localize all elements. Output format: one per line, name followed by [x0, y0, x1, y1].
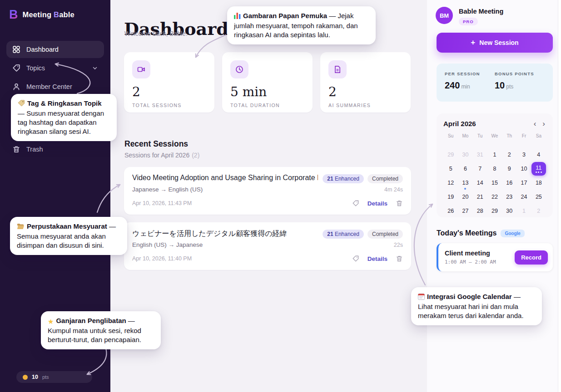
- calendar-day[interactable]: 13: [458, 176, 472, 190]
- scrollbar[interactable]: [558, 0, 561, 392]
- calendar-weekday: Tu: [473, 133, 487, 142]
- calendar-day[interactable]: 1: [487, 148, 502, 162]
- calendar-day[interactable]: 21: [473, 190, 487, 204]
- tag-icon[interactable]: [352, 200, 359, 207]
- session-date: Apr 10, 2026, 11:43 PM: [132, 200, 352, 206]
- app-logo: B Meeting Bable: [0, 0, 110, 25]
- sidebar-item-label: Member Center: [26, 83, 72, 90]
- calendar-day[interactable]: 14: [473, 176, 487, 190]
- sidebar-item-topics[interactable]: Topics: [6, 59, 104, 77]
- video-camera-icon: [137, 65, 146, 74]
- trash-icon[interactable]: [396, 255, 403, 262]
- label-tag-icon: [18, 100, 25, 109]
- status-badge: Completed: [367, 230, 403, 239]
- avatar[interactable]: BM: [436, 7, 453, 24]
- calendar-day[interactable]: 20: [458, 190, 472, 204]
- points-unit: pts: [42, 374, 49, 380]
- trash-icon[interactable]: [396, 200, 403, 207]
- calendar-day[interactable]: 6: [458, 162, 472, 176]
- sidebar-item-member-center[interactable]: Member Center: [6, 78, 104, 95]
- session-duration: 4m 24s: [384, 186, 403, 193]
- calendar-day[interactable]: 2: [502, 148, 516, 162]
- session-card: Video Meeting Adoption and Usage Sharing…: [124, 167, 411, 215]
- right-panel: BM Bable Meeting PRO + New Session PER S…: [427, 0, 561, 392]
- trash-icon: [12, 145, 20, 153]
- calendar-day[interactable]: 24: [516, 190, 531, 204]
- stat-label: TOTAL DURATION: [230, 103, 304, 108]
- sidebar-item-trash[interactable]: Trash: [6, 141, 104, 158]
- record-button[interactable]: Record: [515, 250, 548, 265]
- session-date: Apr 10, 2026, 11:40 PM: [132, 255, 352, 262]
- enhanced-badge: 21 Enhanced: [323, 174, 364, 183]
- chevron-down-icon: [92, 65, 98, 71]
- calendar-day[interactable]: 29: [443, 148, 458, 162]
- logo-icon: B: [9, 9, 18, 21]
- calendar-day[interactable]: 22: [487, 190, 502, 204]
- calendar-day[interactable]: 31: [473, 148, 487, 162]
- stat-value: 5 min: [230, 84, 304, 99]
- calendar-day[interactable]: 16: [502, 176, 516, 190]
- calendar-weekday: Mo: [458, 133, 472, 142]
- calendar-day[interactable]: 11: [531, 162, 546, 176]
- tooltip-topics: Tag & Ringkasan Topik — Susun mesyuarat …: [11, 94, 117, 141]
- calendar-day[interactable]: 27: [458, 204, 472, 218]
- sidebar-item-label: Dashboard: [26, 46, 59, 53]
- calendar-day[interactable]: 5: [443, 162, 458, 176]
- calendar-day[interactable]: 7: [473, 162, 487, 176]
- calendar-grid: 29 30 31 1 2: [443, 148, 546, 218]
- star-icon: ★: [48, 317, 54, 326]
- tag-icon: [12, 64, 20, 72]
- event-dots: [536, 172, 542, 173]
- welcome-subtitle: Welcome back, Bable.: [124, 30, 188, 37]
- new-session-button[interactable]: + New Session: [437, 33, 553, 53]
- sidebar-item-label: Topics: [26, 64, 45, 72]
- stat-label: TOTAL SESSIONS: [132, 103, 206, 108]
- calendar-day[interactable]: 17: [516, 176, 531, 190]
- calendar-weekday: Fr: [516, 133, 531, 142]
- sessions-count: (2): [192, 152, 199, 159]
- calendar-day[interactable]: 25: [531, 190, 546, 204]
- calendar-day[interactable]: 9: [502, 162, 516, 176]
- calendar-day[interactable]: 8: [487, 162, 502, 176]
- quota-card: PER SESSION 240min BONUS POINTS 10pts: [437, 64, 553, 102]
- sidebar-item-dashboard[interactable]: Dashboard: [6, 41, 104, 58]
- calendar-prev-button[interactable]: ‹: [534, 120, 536, 127]
- stat-label: AI SUMMARIES: [328, 103, 402, 108]
- calendar-weekday-row: SuMoTuWeThFrSa: [443, 133, 546, 142]
- plan-badge: PRO: [459, 18, 478, 25]
- calendar-day[interactable]: 26: [443, 204, 458, 218]
- tag-icon[interactable]: [352, 255, 359, 262]
- calendar-day[interactable]: 4: [531, 148, 546, 162]
- details-link[interactable]: Details: [367, 255, 387, 262]
- stat-value: 2: [132, 84, 206, 99]
- points-value: 10: [32, 374, 38, 380]
- calendar-day[interactable]: 19: [443, 190, 458, 204]
- stat-card-ai-summaries: 2 AI SUMMARIES: [320, 52, 411, 113]
- calendar-icon: [418, 293, 425, 302]
- stats-row: 2 TOTAL SESSIONS 5 min TOTAL DURATION 2 …: [124, 52, 411, 113]
- calendar-day[interactable]: 12: [443, 176, 458, 190]
- calendar-day[interactable]: 28: [473, 204, 487, 218]
- calendar-day[interactable]: 10: [516, 162, 531, 176]
- calendar-day[interactable]: 30: [458, 148, 472, 162]
- stat-value: 2: [328, 84, 402, 99]
- dashboard-grid-icon: [12, 45, 20, 54]
- meeting-title: Client meeting: [445, 250, 496, 257]
- calendar-day[interactable]: 18: [531, 176, 546, 190]
- calendar-day[interactable]: 3: [516, 148, 531, 162]
- bar-chart-icon: [234, 12, 241, 21]
- calendar-day[interactable]: 29: [487, 204, 502, 218]
- google-source-badge: Google: [501, 230, 524, 237]
- session-duration: 22s: [394, 242, 403, 248]
- calendar-day[interactable]: 2: [531, 204, 546, 218]
- details-link[interactable]: Details: [367, 200, 387, 207]
- calendar-next-button[interactable]: ›: [542, 120, 545, 127]
- bonus-points-label: BONUS POINTS: [495, 71, 545, 76]
- calendar-day[interactable]: 15: [487, 176, 502, 190]
- calendar-day[interactable]: 30: [502, 204, 516, 218]
- calendar-day[interactable]: 1: [516, 204, 531, 218]
- plus-icon: +: [471, 38, 475, 47]
- stat-card-total-duration: 5 min TOTAL DURATION: [222, 52, 313, 113]
- recent-sessions-heading: Recent Sessions: [124, 139, 188, 149]
- calendar-day[interactable]: 23: [502, 190, 516, 204]
